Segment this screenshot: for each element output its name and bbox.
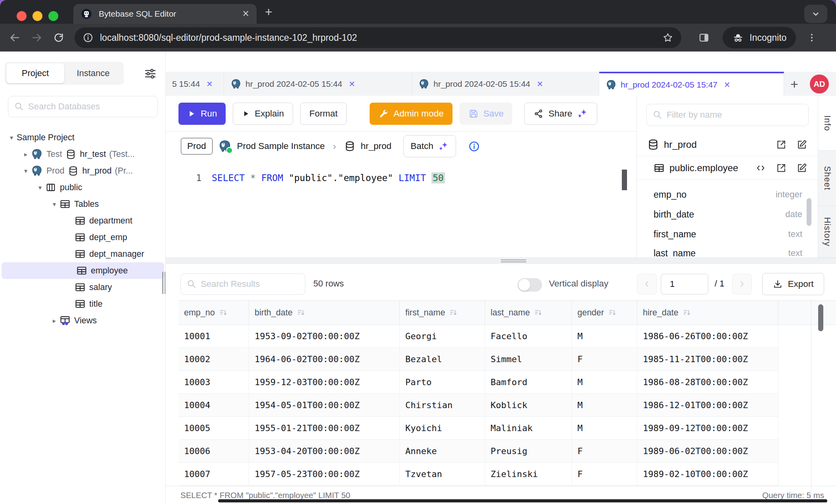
back-icon[interactable]: [9, 32, 21, 44]
filter-by-name-input[interactable]: Filter by name: [646, 104, 809, 126]
run-button[interactable]: Run: [178, 103, 226, 125]
new-tab-icon[interactable]: +: [265, 6, 272, 18]
tree-item-table-dept-manager[interactable]: dept_manager: [0, 246, 166, 262]
side-panel-icon[interactable]: [698, 32, 710, 44]
sql-editor[interactable]: 1 SELECT * FROM "public"."employee" LIMI…: [166, 161, 637, 258]
tree-item-table-title[interactable]: title: [0, 296, 166, 312]
close-icon[interactable]: ✕: [206, 79, 213, 89]
browser-tab[interactable]: Bytebase SQL Editor ✕: [73, 4, 257, 24]
prev-page-button[interactable]: [637, 274, 657, 294]
page-number-input[interactable]: 1: [661, 274, 708, 294]
editor-scrollbar[interactable]: [622, 170, 627, 190]
traffic-light-close[interactable]: [17, 11, 27, 21]
tree-item-hr-prod[interactable]: ▾ Prod hr_prod (Pr...: [0, 162, 166, 179]
tab-search-button[interactable]: [804, 5, 827, 23]
vertical-display-toggle[interactable]: [518, 278, 542, 292]
table-row[interactable]: 100021964-06-02T00:00:00ZBezalelSimmelF1…: [178, 348, 778, 371]
browser-menu-icon[interactable]: [806, 32, 817, 43]
tab-close-icon[interactable]: ✕: [242, 9, 249, 19]
save-button[interactable]: Save: [460, 103, 512, 125]
splitter-grip-icon[interactable]: [501, 260, 526, 263]
close-icon[interactable]: ✕: [724, 80, 731, 90]
table-row[interactable]: 100011953-09-02T00:00:00ZGeorgiFacelloM1…: [178, 325, 778, 348]
column-header[interactable]: emp_no: [178, 301, 249, 325]
tree-item-table-salary[interactable]: salary: [0, 279, 166, 296]
share-button[interactable]: Share: [524, 103, 597, 125]
sort-icon[interactable]: [219, 308, 228, 317]
new-sheet-icon[interactable]: +: [790, 77, 798, 91]
sort-icon[interactable]: [534, 308, 543, 317]
sort-icon[interactable]: [449, 308, 458, 317]
tree-item-schema-public[interactable]: ▾ public: [0, 179, 166, 196]
tree-item-tables-group[interactable]: ▾ Tables: [0, 196, 166, 212]
code-icon[interactable]: [755, 162, 767, 174]
table-row[interactable]: 100071957-05-23T00:00:00ZTzvetanZielinsk…: [178, 463, 778, 486]
column-header[interactable]: last_name: [485, 301, 572, 325]
close-icon[interactable]: ✕: [349, 79, 355, 89]
sheet-tab-2[interactable]: hr_prod 2024-02-05 15:44 ✕: [224, 72, 412, 96]
results-horizontal-scrollbar[interactable]: [218, 499, 827, 502]
tree-item-project[interactable]: ▾ Sample Project: [0, 129, 166, 146]
next-page-button[interactable]: [732, 274, 752, 294]
sheet-tab-1[interactable]: 5 15:44 ✕: [166, 72, 224, 96]
tree-item-table-department[interactable]: department: [0, 212, 166, 229]
traffic-light-zoom[interactable]: [48, 11, 58, 21]
tab-history[interactable]: History: [818, 206, 836, 258]
external-link-icon[interactable]: [775, 162, 787, 174]
batch-button[interactable]: Batch: [403, 135, 456, 157]
caret-down-icon[interactable]: ▾: [35, 184, 45, 191]
sort-icon[interactable]: [608, 308, 617, 317]
instance-name[interactable]: Prod Sample Instance: [237, 141, 325, 151]
column-header[interactable]: gender: [572, 301, 637, 325]
column-header[interactable]: birth_date: [249, 301, 400, 325]
explain-button[interactable]: Explain: [233, 103, 293, 125]
traffic-light-minimize[interactable]: [33, 11, 42, 21]
external-link-icon[interactable]: [775, 139, 787, 151]
edit-icon[interactable]: [796, 162, 808, 174]
table-row[interactable]: 100061953-04-20T00:00:00ZAnnekePreusigF1…: [178, 440, 778, 463]
reload-icon[interactable]: [53, 32, 64, 43]
admin-mode-button[interactable]: Admin mode: [370, 103, 452, 125]
panel-table-row[interactable]: public.employee: [637, 156, 818, 180]
panel-scrollbar[interactable]: [807, 198, 811, 226]
tab-instance[interactable]: Instance: [64, 63, 122, 83]
results-vertical-scrollbar[interactable]: [818, 304, 823, 331]
edit-icon[interactable]: [796, 139, 808, 151]
sheet-tab-4-active[interactable]: hr_prod 2024-02-05 15:47 ✕: [599, 72, 784, 96]
close-icon[interactable]: ✕: [537, 79, 543, 89]
tree-filter-icon[interactable]: [144, 67, 157, 80]
export-button[interactable]: Export: [762, 273, 824, 295]
table-row[interactable]: 100041954-05-01T00:00:00ZChirstianKoblic…: [178, 394, 778, 417]
table-row[interactable]: 100031959-12-03T00:00:00ZPartoBamfordM19…: [178, 371, 778, 394]
format-button[interactable]: Format: [300, 103, 347, 125]
sheet-tab-3[interactable]: hr_prod 2024-02-05 15:44 ✕: [412, 72, 599, 96]
forward-icon[interactable]: [31, 32, 43, 44]
sort-icon[interactable]: [683, 308, 691, 317]
caret-right-icon[interactable]: ▸: [21, 151, 31, 158]
sort-icon[interactable]: [297, 308, 305, 317]
tab-info[interactable]: Info: [818, 96, 836, 151]
search-databases-input[interactable]: Search Databases: [8, 96, 158, 117]
tab-project[interactable]: Project: [6, 63, 64, 83]
tree-item-table-dept-emp[interactable]: dept_emp: [0, 229, 166, 246]
sparkles-icon[interactable]: [577, 108, 588, 119]
address-bar[interactable]: localhost:8080/sql-editor/prod-sample-in…: [75, 27, 681, 48]
caret-down-icon[interactable]: ▾: [21, 167, 31, 175]
table-row[interactable]: 100051955-01-21T00:00:00ZKyoichiMaliniak…: [178, 417, 778, 440]
site-info-icon[interactable]: [82, 32, 94, 43]
column-header[interactable]: first_name: [400, 301, 485, 325]
tree-item-views-group[interactable]: ▸ Views: [0, 312, 166, 329]
tree-item-table-employee[interactable]: employee: [2, 262, 164, 279]
horizontal-splitter[interactable]: [166, 258, 836, 264]
panel-database-row[interactable]: hr_prod: [637, 133, 818, 156]
column-header[interactable]: hire_date: [637, 301, 778, 325]
bookmark-star-icon[interactable]: [662, 32, 673, 43]
caret-right-icon[interactable]: ▸: [49, 317, 59, 325]
database-name[interactable]: hr_prod: [361, 141, 392, 151]
tree-item-hr-test[interactable]: ▸ Test hr_test (Test...: [0, 146, 166, 162]
info-icon[interactable]: [468, 140, 480, 153]
search-results-input[interactable]: Search Results: [180, 273, 305, 295]
tab-sheet[interactable]: Sheet: [818, 151, 836, 206]
caret-down-icon[interactable]: ▾: [6, 134, 17, 141]
avatar[interactable]: AD: [810, 74, 829, 94]
